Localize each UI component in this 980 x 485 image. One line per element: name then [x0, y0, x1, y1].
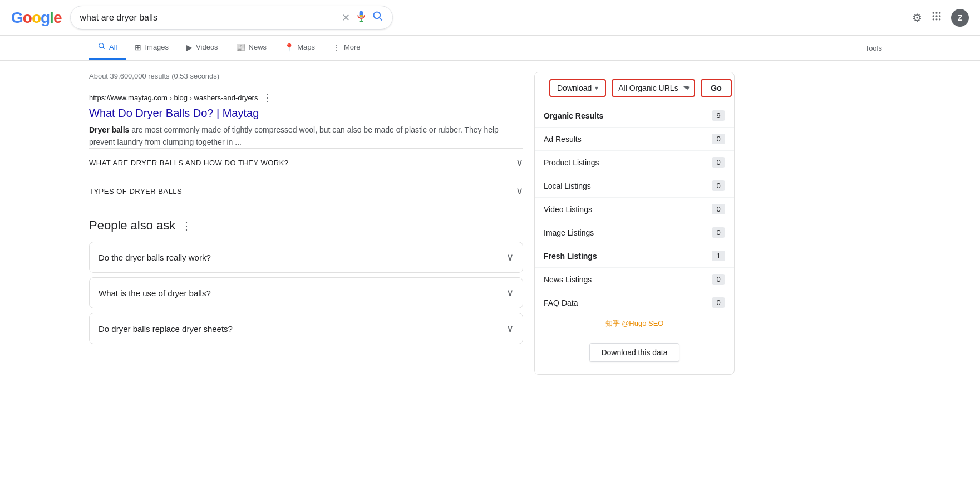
snippet-bold: Dryer balls [89, 125, 129, 134]
tab-maps[interactable]: 📍 Maps [275, 36, 324, 60]
result-url-text: https://www.maytag.com › blog › washers-… [89, 94, 258, 102]
result-options-icon[interactable]: ⋮ [262, 91, 272, 104]
svg-point-6 [939, 12, 940, 14]
result-url-line: https://www.maytag.com › blog › washers-… [89, 91, 523, 104]
svg-point-8 [935, 15, 937, 17]
paa-question-2: Do dryer balls replace dryer sheets? [99, 324, 233, 334]
serp-stat-label-4: Video Listings [544, 205, 592, 214]
expand-chevron-1: ∨ [516, 156, 523, 169]
paa-item-2[interactable]: Do dryer balls replace dryer sheets? ∨ [89, 313, 523, 344]
serp-stat-label-7: News Listings [544, 275, 592, 284]
paa-chevron-2: ∨ [506, 322, 514, 335]
serp-stat-value-2: 0 [712, 157, 725, 168]
download-button[interactable]: Download ▾ [549, 79, 606, 97]
download-chevron-icon: ▾ [595, 84, 598, 92]
people-also-ask: People also ask ⋮ Do the dryer balls rea… [89, 218, 523, 344]
svg-point-4 [933, 12, 934, 14]
svg-point-2 [374, 12, 381, 19]
serp-stat-row-1: Ad Results0 [535, 128, 734, 151]
serp-stat-row-0: Organic Results9 [535, 104, 734, 128]
paa-header: People also ask ⋮ [89, 218, 523, 233]
download-data-button[interactable]: Download this data [589, 343, 679, 362]
serp-stat-label-1: Ad Results [544, 135, 582, 144]
tab-more-label: More [344, 43, 361, 51]
serp-stat-value-8: 0 [712, 297, 725, 308]
serp-stat-label-0: Organic Results [544, 111, 603, 120]
expand-chevron-2: ∨ [516, 185, 523, 197]
google-logo: Google [11, 9, 61, 27]
paa-title: People also ask [89, 218, 175, 233]
paa-chevron-0: ∨ [506, 251, 514, 263]
svg-point-5 [935, 12, 937, 14]
serp-stat-row-6: Fresh Listings1 [535, 244, 734, 268]
tab-news[interactable]: 📰 News [227, 36, 276, 60]
svg-line-14 [103, 47, 105, 49]
svg-point-13 [99, 43, 104, 48]
serp-stat-row-5: Image Listings0 [535, 221, 734, 244]
apps-icon[interactable] [931, 11, 942, 25]
svg-line-3 [380, 18, 382, 21]
serp-tool-widget: Download ▾ All Organic URLs Go Organic R… [534, 72, 735, 375]
snippet-rest: are most commonly made of tightly compre… [89, 125, 499, 146]
serp-stat-row-3: Local Listings0 [535, 174, 734, 198]
serp-stat-row-2: Product Listings0 [535, 151, 734, 174]
url-type-select[interactable]: All Organic URLs [612, 79, 695, 97]
serp-tool-header: Download ▾ All Organic URLs Go [535, 72, 734, 104]
serp-stat-value-1: 0 [712, 134, 725, 144]
serp-stat-row-4: Video Listings0 [535, 198, 734, 221]
mic-icon[interactable] [356, 11, 367, 25]
maps-icon: 📍 [284, 43, 294, 52]
tab-news-label: News [249, 43, 267, 51]
paa-item-1[interactable]: What is the use of dryer balls? ∨ [89, 277, 523, 308]
settings-icon[interactable]: ⚙ [912, 11, 922, 25]
tab-maps-label: Maps [297, 43, 315, 51]
result-snippet: Dryer balls are most commonly made of ti… [89, 124, 523, 148]
header-right: ⚙ Z [912, 9, 969, 27]
go-button[interactable]: Go [701, 79, 731, 97]
serp-stat-label-5: Image Listings [544, 228, 594, 237]
paa-question-0: Do the dryer balls really work? [99, 253, 211, 262]
tab-more[interactable]: ⋮ More [324, 36, 370, 60]
expand-label-1: WHAT ARE DRYER BALLS AND HOW DO THEY WOR… [89, 159, 289, 167]
expand-section-2[interactable]: TYPES OF DRYER BALLS ∨ [89, 177, 523, 205]
results-count: About 39,600,000 results (0.53 seconds) [89, 72, 523, 80]
avatar[interactable]: Z [951, 9, 969, 27]
svg-point-12 [939, 18, 940, 20]
paa-chevron-1: ∨ [506, 287, 514, 299]
expand-label-2: TYPES OF DRYER BALLS [89, 187, 182, 195]
result-title[interactable]: What Do Dryer Balls Do? | Maytag [89, 106, 523, 120]
serp-stat-label-6: Fresh Listings [544, 252, 597, 261]
videos-icon: ▶ [186, 43, 193, 52]
search-button[interactable] [372, 11, 383, 25]
tab-videos-label: Videos [196, 43, 218, 51]
serp-stat-row-8: FAQ Data0 [535, 291, 734, 314]
main-container: About 39,600,000 results (0.53 seconds) … [0, 61, 980, 386]
left-content: About 39,600,000 results (0.53 seconds) … [0, 61, 534, 386]
search-bar: ✕ [70, 6, 393, 30]
serp-stat-label-8: FAQ Data [544, 298, 578, 307]
images-icon: ⊞ [135, 43, 141, 52]
tab-all[interactable]: All [89, 36, 126, 60]
tools-button[interactable]: Tools [856, 37, 891, 59]
clear-icon[interactable]: ✕ [342, 12, 350, 24]
nav-tabs: All ⊞ Images ▶ Videos 📰 News 📍 Maps ⋮ Mo… [0, 36, 980, 61]
svg-point-11 [935, 18, 937, 20]
header: Google ✕ ⚙ [0, 0, 980, 36]
tab-images[interactable]: ⊞ Images [126, 36, 178, 60]
search-input[interactable] [80, 13, 336, 23]
serp-stat-value-3: 0 [712, 180, 725, 191]
url-type-select-wrapper: All Organic URLs [612, 79, 695, 97]
paa-options-icon[interactable]: ⋮ [181, 219, 192, 232]
paa-question-1: What is the use of dryer balls? [99, 288, 211, 298]
serp-stat-value-5: 0 [712, 227, 725, 238]
svg-point-7 [933, 15, 934, 17]
serp-stats: Organic Results9Ad Results0Product Listi… [535, 104, 734, 314]
serp-stat-value-6: 1 [712, 251, 725, 261]
tab-videos[interactable]: ▶ Videos [178, 36, 227, 60]
serp-stat-label-3: Local Listings [544, 182, 591, 190]
paa-item-0[interactable]: Do the dryer balls really work? ∨ [89, 242, 523, 273]
serp-stat-value-0: 9 [712, 110, 725, 121]
expand-section-1[interactable]: WHAT ARE DRYER BALLS AND HOW DO THEY WOR… [89, 148, 523, 177]
serp-stat-value-7: 0 [712, 274, 725, 285]
download-label: Download [557, 84, 592, 92]
